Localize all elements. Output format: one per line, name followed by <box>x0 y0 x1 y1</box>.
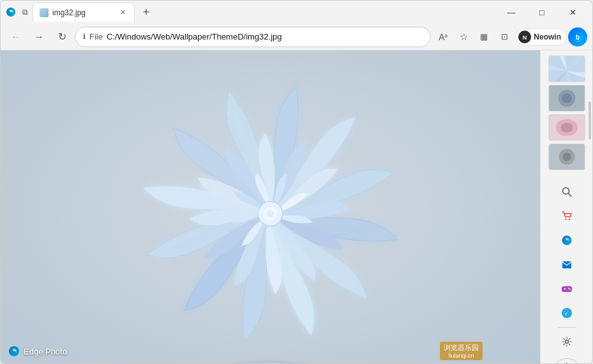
main-area: Edge Photo 浏览器乐园 liulanqi.cn <box>1 50 592 363</box>
read-aloud-button[interactable]: Aᵃ <box>433 27 453 47</box>
svg-line-20 <box>568 194 571 197</box>
close-button[interactable]: ✕ <box>558 2 587 22</box>
collections-button[interactable]: ▦ <box>474 27 493 47</box>
svg-point-31 <box>565 340 568 344</box>
tab-close-button[interactable]: ✕ <box>117 8 128 18</box>
address-bar[interactable]: ℹ File C:/Windows/Web/Wallpaper/ThemeD/i… <box>75 27 431 47</box>
watermark: 浏览器乐园 liulanqi.cn <box>440 342 483 360</box>
edge-extension-sidebar-button[interactable] <box>555 229 578 252</box>
back-button[interactable]: ← <box>6 27 26 47</box>
info-icon: ℹ <box>83 33 86 41</box>
active-tab[interactable]: img32.jpg ✕ <box>33 3 135 22</box>
add-sidebar-button[interactable]: + <box>555 358 578 363</box>
address-text: C:/Windows/Web/Wallpaper/ThemeD/img32.jp… <box>107 32 282 41</box>
icon-divider <box>557 327 576 328</box>
titlebar-left: ⧉ <box>6 7 30 17</box>
image-area: Edge Photo 浏览器乐园 liulanqi.cn <box>1 50 540 363</box>
tab-title: img32.jpg <box>52 8 114 17</box>
sidebar-thumbnails <box>541 53 592 173</box>
thumbnail-1[interactable] <box>548 55 585 82</box>
thumbnail-4[interactable] <box>548 143 585 170</box>
refresh-button[interactable]: ↻ <box>52 27 72 47</box>
svg-point-15 <box>560 122 573 132</box>
file-protocol-label: File <box>89 32 103 41</box>
watermark-text: 浏览器乐园 <box>444 344 479 351</box>
thumbnail-3[interactable] <box>548 114 585 141</box>
edge-photo-label: Edge Photo <box>8 346 67 357</box>
split-screen-button[interactable]: ⊡ <box>495 27 514 47</box>
svg-point-21 <box>565 219 566 220</box>
shopping-sidebar-button[interactable] <box>555 205 578 228</box>
svg-point-7 <box>267 210 274 217</box>
minimize-button[interactable]: — <box>497 2 526 22</box>
browser-window: ⧉ img32.jpg ✕ + — □ ✕ ← → ↻ ℹ File C:/Wi… <box>0 0 593 364</box>
neowin-icon: N <box>518 31 531 43</box>
edge-logo-icon <box>6 7 16 17</box>
maximize-button[interactable]: □ <box>527 2 557 22</box>
sidebar: + <box>540 50 592 363</box>
tab-strip: img32.jpg ✕ + <box>33 1 497 24</box>
outlook-sidebar-button[interactable] <box>555 253 578 276</box>
neowin-label: Neowin <box>534 33 561 41</box>
new-tab-button[interactable]: + <box>137 3 155 21</box>
tab-favicon <box>40 8 49 17</box>
svg-point-30 <box>562 308 572 318</box>
edge-photo-text: Edge Photo <box>24 347 67 356</box>
favorites-button[interactable]: ☆ <box>454 27 473 47</box>
forward-button[interactable]: → <box>29 27 49 47</box>
tabs-icon[interactable]: ⧉ <box>20 7 30 17</box>
svg-rect-27 <box>564 288 565 290</box>
svg-text:b: b <box>576 34 580 41</box>
telegram-sidebar-button[interactable] <box>555 302 578 324</box>
nav-right-icons: Aᵃ ☆ ▦ ⊡ N Neowin <box>433 27 587 47</box>
svg-point-29 <box>569 289 571 290</box>
bing-button[interactable]: b <box>568 27 587 47</box>
titlebar: ⧉ img32.jpg ✕ + — □ ✕ <box>1 1 592 24</box>
settings-sidebar-button[interactable] <box>555 330 578 353</box>
wallpaper-image <box>1 50 540 363</box>
edge-logo-small-icon <box>8 346 20 357</box>
neowin-badge[interactable]: N Neowin <box>515 28 567 46</box>
sidebar-scrollbar[interactable] <box>589 101 591 140</box>
svg-point-28 <box>568 288 569 289</box>
svg-text:N: N <box>523 34 527 41</box>
watermark-sub: liulanqi.cn <box>444 353 479 359</box>
search-sidebar-button[interactable] <box>555 180 578 203</box>
window-controls: — □ ✕ <box>497 2 587 22</box>
sidebar-icons <box>553 178 581 356</box>
navbar: ← → ↻ ℹ File C:/Windows/Web/Wallpaper/Th… <box>1 24 592 50</box>
svg-point-18 <box>562 152 571 161</box>
games-sidebar-button[interactable] <box>555 277 578 300</box>
thumbnail-2[interactable] <box>548 85 585 112</box>
svg-point-22 <box>568 219 569 220</box>
svg-point-12 <box>562 93 571 103</box>
